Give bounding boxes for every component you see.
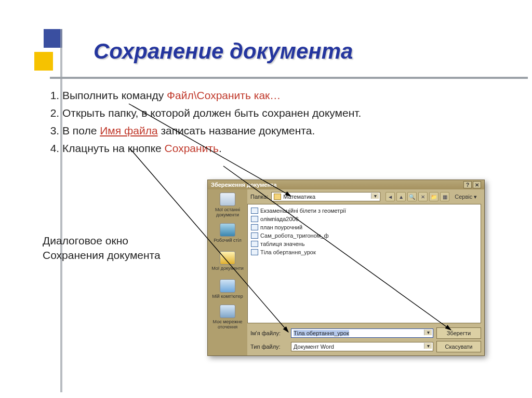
network-icon: [220, 305, 235, 318]
list-item[interactable]: таблиця значень: [251, 240, 477, 248]
list-item[interactable]: Сам_робота_тригоном_ф: [251, 231, 477, 240]
documents-icon: [220, 251, 235, 265]
tools-menu[interactable]: Сервіс ▾: [455, 194, 477, 200]
word-doc-icon: [251, 224, 258, 230]
save-dialog: Збереження документа ? ✕ Мої останні док…: [207, 180, 485, 356]
save-button[interactable]: Зберегти: [436, 327, 481, 339]
sidebar-item-network[interactable]: Моє мережне оточення: [210, 304, 245, 331]
filetype-combo[interactable]: Документ Word: [291, 342, 433, 351]
list-item[interactable]: план поурочний: [251, 223, 477, 231]
step-4: Клацнуть на кнопке Сохранить.: [62, 142, 468, 155]
filename-label: Ім'я файлу:: [250, 330, 288, 336]
slide-decoration: [19, 29, 65, 76]
up-icon[interactable]: ▲: [396, 192, 406, 201]
word-doc-icon: [251, 249, 258, 255]
help-icon[interactable]: ?: [463, 181, 472, 188]
views-icon[interactable]: ▦: [440, 192, 449, 201]
cancel-button[interactable]: Скасувати: [436, 341, 481, 352]
recent-icon: [220, 193, 235, 206]
sidebar-item-desktop[interactable]: Робочий стіл: [210, 219, 245, 246]
file-list[interactable]: Екзаменаційні білети з геометрії олімпіа…: [247, 204, 481, 323]
list-item[interactable]: Екзаменаційні білети з геометрії: [251, 207, 477, 215]
places-sidebar: Мої останні документи Робочий стіл Мої д…: [208, 189, 247, 355]
list-item[interactable]: олімпіада2006: [251, 215, 477, 223]
folder-icon: [274, 194, 281, 200]
step-1: Выполнить команду Файл\Сохранить как…: [62, 89, 468, 102]
slide-title: Сохранение документа: [94, 39, 353, 64]
desktop-icon: [220, 223, 235, 237]
dialog-title-text: Збереження документа: [211, 182, 277, 188]
sidebar-item-recent[interactable]: Мої останні документи: [210, 191, 245, 218]
sidebar-item-documents[interactable]: Мої документи: [210, 248, 245, 275]
dialog-titlebar: Збереження документа ? ✕: [208, 180, 484, 189]
back-icon[interactable]: ◄: [385, 192, 395, 201]
sidebar-item-computer[interactable]: Мій комп'ютер: [210, 276, 245, 303]
folder-label: Папка:: [250, 194, 268, 200]
filename-input[interactable]: Тіла обертання_урок: [291, 328, 433, 338]
filetype-label: Тип файлу:: [250, 344, 288, 350]
close-icon[interactable]: ✕: [473, 181, 481, 188]
folder-combo[interactable]: Математика: [271, 192, 380, 201]
search-icon[interactable]: 🔍: [407, 192, 417, 201]
word-doc-icon: [251, 208, 258, 214]
delete-icon[interactable]: ✕: [418, 192, 428, 201]
dialog-bottom: Ім'я файлу: Тіла обертання_урок Зберегти…: [247, 325, 484, 355]
word-doc-icon: [251, 241, 258, 247]
new-folder-icon[interactable]: 📁: [429, 192, 438, 201]
list-item[interactable]: Тіла обертання_урок: [251, 248, 477, 256]
computer-icon: [220, 279, 235, 293]
dialog-toolbar: Папка: Математика ◄ ▲ 🔍 ✕ 📁 ▦ Сервіс ▾: [247, 189, 484, 204]
step-3: В поле Имя файла записать название докум…: [62, 125, 468, 137]
steps-list: Выполнить команду Файл\Сохранить как… От…: [42, 89, 468, 160]
word-doc-icon: [251, 216, 258, 222]
word-doc-icon: [251, 232, 258, 239]
step-2: Открыть папку, в которой должен быть сох…: [62, 107, 468, 119]
dialog-caption: Диалоговое окно Сохранения документа: [43, 234, 161, 263]
